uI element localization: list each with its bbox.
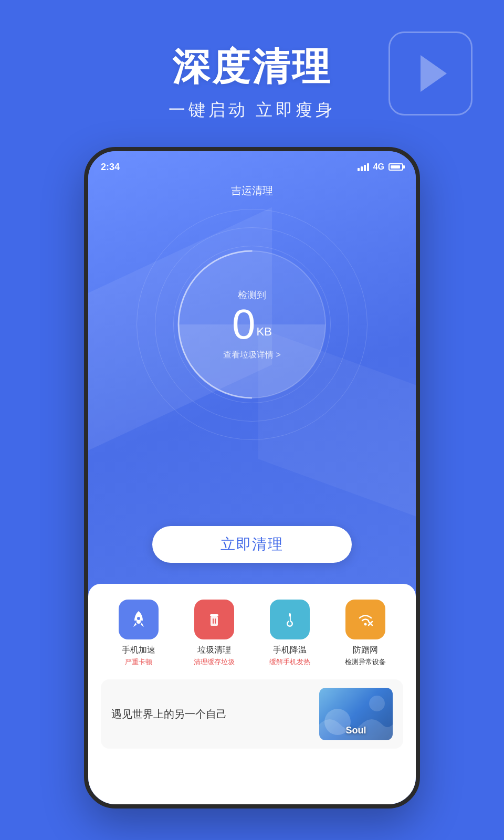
svg-point-3 xyxy=(137,617,140,620)
app-icon-desc-3: 检测异常设备 xyxy=(345,657,386,667)
svg-rect-4 xyxy=(210,614,218,616)
gauge-unit: KB xyxy=(257,324,272,338)
status-time: 2:34 xyxy=(101,162,120,173)
signal-icon xyxy=(358,163,369,171)
app-icon-box-1 xyxy=(194,600,234,639)
clean-button[interactable]: 立即清理 xyxy=(152,526,352,563)
app-icon-name-3: 防蹭网 xyxy=(353,645,378,656)
app-icon-desc-0: 严重卡顿 xyxy=(125,657,152,667)
app-icons-row: 手机加速严重卡顿垃圾清理清理缓存垃圾手机降温缓解手机发热防蹭网检测异常设备 xyxy=(101,600,403,667)
status-right: 4G xyxy=(358,162,403,172)
svg-rect-6 xyxy=(213,618,214,624)
gauge-link[interactable]: 查看垃圾详情 > xyxy=(223,350,281,361)
svg-rect-7 xyxy=(215,618,216,624)
banner-area[interactable]: 遇见世界上的另一个自己 Soul xyxy=(101,679,403,749)
app-icon-name-0: 手机加速 xyxy=(122,645,155,656)
hero-subtitle: 一键启动 立即瘦身 xyxy=(0,99,504,122)
app-icon-box-0 xyxy=(119,600,159,639)
app-icon-item-0[interactable]: 手机加速严重卡顿 xyxy=(104,600,173,667)
app-icon-desc-1: 清理缓存垃圾 xyxy=(194,657,235,667)
gauge-value-row: 0KB xyxy=(223,303,281,345)
app-icon-name-1: 垃圾清理 xyxy=(197,645,231,656)
gauge-label: 检测到 xyxy=(223,289,281,301)
gauge-value: 0 xyxy=(232,301,256,348)
bottom-card: 手机加速严重卡顿垃圾清理清理缓存垃圾手机降温缓解手机发热防蹭网检测异常设备 遇见… xyxy=(88,584,416,804)
app-icon-item-2[interactable]: 手机降温缓解手机发热 xyxy=(256,600,324,667)
hero-title: 深度清理 xyxy=(0,42,504,92)
app-title: 吉运清理 xyxy=(88,184,416,198)
gauge-area: 检测到 0KB 查看垃圾详情 > xyxy=(136,209,368,440)
svg-rect-5 xyxy=(211,616,218,626)
app-icon-box-3 xyxy=(345,600,385,639)
svg-point-2 xyxy=(136,620,141,624)
battery-icon xyxy=(388,163,403,171)
svg-point-12 xyxy=(364,623,367,626)
svg-point-11 xyxy=(288,622,292,626)
banner-text: 遇见世界上的另一个自己 xyxy=(111,707,311,721)
clean-button-label: 立即清理 xyxy=(220,534,284,554)
status-bar: 2:34 4G xyxy=(101,158,403,176)
gauge-content: 检测到 0KB 查看垃圾详情 > xyxy=(223,289,281,361)
network-type: 4G xyxy=(373,162,384,172)
app-icon-item-1[interactable]: 垃圾清理清理缓存垃圾 xyxy=(180,600,248,667)
phone-mockup: 2:34 4G 吉运清理 检测到 xyxy=(84,147,420,808)
banner-image-label: Soul xyxy=(346,725,366,740)
banner-image: Soul xyxy=(319,688,393,740)
hero-section: 深度清理 一键启动 立即瘦身 xyxy=(0,42,504,122)
app-icon-name-2: 手机降温 xyxy=(273,645,307,656)
app-icon-box-2 xyxy=(270,600,310,639)
app-icon-desc-2: 缓解手机发热 xyxy=(269,657,310,667)
app-icon-item-3[interactable]: 防蹭网检测异常设备 xyxy=(331,600,400,667)
